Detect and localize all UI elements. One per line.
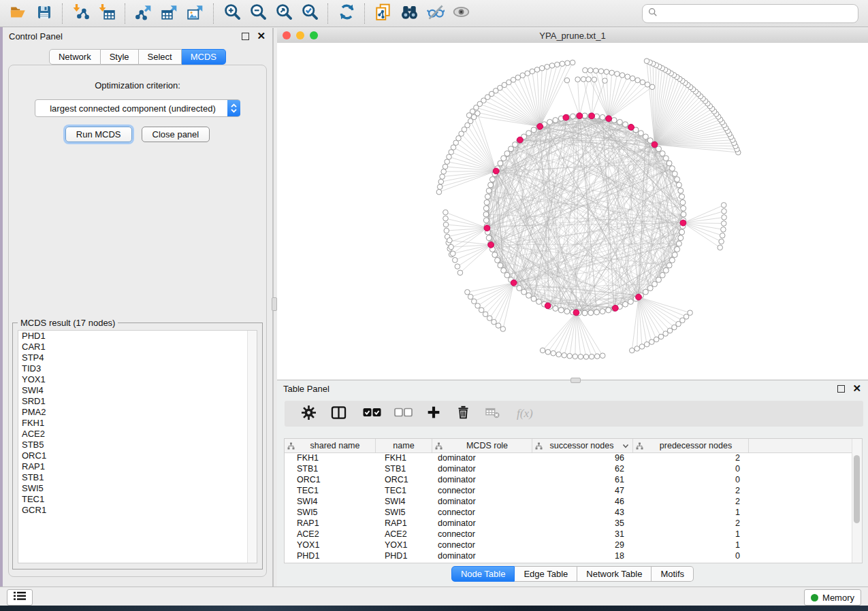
table-panel: Table Panel f(x) shared namenameMCDS rol… [277, 380, 868, 587]
table-tab-network-table[interactable]: Network Table [577, 566, 652, 582]
memory-button[interactable]: Memory [804, 589, 861, 606]
column-header-MCDS-role[interactable]: MCDS role [432, 439, 532, 452]
tab-style[interactable]: Style [101, 49, 139, 65]
column-header-successor-nodes[interactable]: successor nodes [532, 439, 633, 452]
mcds-result-item[interactable]: CAR1 [18, 342, 257, 352]
column-header-predecessor-nodes[interactable]: predecessor nodes [633, 439, 749, 452]
mcds-result-item[interactable]: SWI5 [18, 483, 257, 494]
table-tab-edge-table[interactable]: Edge Table [515, 566, 577, 582]
checked-boxes-icon [363, 408, 381, 420]
table-cell: ORC1 [376, 475, 432, 484]
mcds-result-item[interactable]: STP4 [18, 352, 257, 363]
table-cell: STB1 [376, 464, 432, 474]
import-network-button[interactable] [68, 3, 94, 24]
tab-mcds[interactable]: MCDS [182, 49, 226, 65]
mcds-result-item[interactable]: FKH1 [18, 418, 257, 429]
optimization-select[interactable]: largest connected component (undirected) [35, 99, 240, 117]
zoom-in-icon [223, 3, 242, 24]
mcds-result-item[interactable]: GCR1 [18, 505, 257, 516]
network-canvas[interactable] [277, 43, 868, 380]
zoom-selected-button[interactable] [297, 3, 323, 24]
zoom-in-button[interactable] [219, 3, 245, 24]
table-row[interactable]: YOX1YOX1connector291 [285, 540, 852, 550]
float-panel-icon[interactable] [242, 33, 249, 40]
import-table-button[interactable] [94, 3, 120, 24]
delete-table-button-disabled [477, 403, 507, 424]
graphics-details-button[interactable] [422, 3, 448, 24]
table-scrollbar[interactable] [852, 439, 862, 563]
float-table-panel-icon[interactable] [837, 385, 845, 393]
zoom-fit-button[interactable] [271, 3, 297, 24]
node-table: shared namenameMCDS rolesuccessor nodesp… [284, 438, 863, 563]
table-scrollbar-thumb[interactable] [854, 455, 860, 523]
table-cell: 1 [633, 508, 749, 517]
table-row[interactable]: SWI5SWI5connector431 [285, 507, 852, 518]
table-cell: 62 [532, 464, 633, 474]
mcds-result-item[interactable]: PMA2 [18, 407, 257, 418]
table-cell: ORC1 [285, 475, 376, 484]
open-file-button[interactable] [5, 3, 31, 24]
mcds-result-item[interactable]: STB5 [18, 440, 257, 450]
vertical-splitter-handle[interactable] [272, 297, 277, 311]
tab-network[interactable]: Network [49, 49, 101, 65]
export-image-button[interactable] [182, 3, 208, 24]
mcds-result-item[interactable]: TID3 [18, 363, 257, 374]
mcds-result-item[interactable]: PHD1 [18, 331, 257, 342]
first-neighbors-button[interactable] [396, 3, 422, 24]
column-header-name[interactable]: name [376, 439, 432, 452]
table-toolbar: f(x) [285, 401, 863, 427]
save-session-button[interactable] [31, 3, 57, 24]
table-cell: 18 [532, 551, 633, 561]
deselect-all-columns-button[interactable] [387, 403, 419, 424]
mcds-result-item[interactable]: TEC1 [18, 494, 257, 505]
zoom-out-button[interactable] [245, 3, 271, 24]
close-panel-icon[interactable] [257, 33, 266, 39]
network-from-selection-button[interactable] [370, 3, 396, 24]
column-layout-button[interactable] [321, 403, 356, 424]
add-column-button[interactable] [419, 403, 449, 424]
refresh-button[interactable] [334, 3, 359, 24]
table-row[interactable]: RAP1RAP1dominator352 [285, 518, 852, 529]
mcds-result-item[interactable]: ACE2 [18, 429, 257, 440]
table-settings-button[interactable] [296, 403, 321, 424]
close-table-panel-icon[interactable] [852, 385, 861, 392]
toolbar-separator [125, 3, 126, 24]
export-network-button[interactable] [131, 3, 157, 24]
table-tab-node-table[interactable]: Node Table [451, 566, 515, 582]
delete-column-button[interactable] [449, 403, 477, 424]
mcds-result-item[interactable]: RAP1 [18, 461, 257, 472]
select-all-columns-button[interactable] [356, 403, 387, 424]
table-row[interactable]: ORC1ORC1dominator610 [285, 474, 852, 485]
horizontal-splitter-handle[interactable] [570, 378, 581, 383]
table-row[interactable]: TEC1TEC1connector472 [285, 485, 852, 496]
search-input[interactable] [662, 7, 852, 19]
network-graph[interactable] [277, 43, 868, 380]
mcds-result-item[interactable]: SWI4 [18, 385, 257, 396]
table-row[interactable]: STB1STB1dominator620 [285, 463, 852, 474]
table-row[interactable]: ACE2ACE2connector311 [285, 529, 852, 540]
table-cell: 43 [532, 508, 633, 517]
table-row[interactable]: PHD1PHD1dominator180 [285, 550, 852, 561]
zoom-selected-icon [301, 3, 319, 24]
delete-table-icon [485, 406, 500, 422]
table-cell: 61 [532, 475, 633, 484]
result-list-scrollbar[interactable] [247, 331, 257, 563]
status-bar: Memory [0, 587, 868, 606]
mcds-result-item[interactable]: STB1 [18, 472, 257, 483]
export-table-button[interactable] [157, 3, 182, 24]
control-panel-header: Control Panel [3, 28, 272, 44]
table-tab-motifs[interactable]: Motifs [652, 566, 694, 582]
mcds-result-item[interactable]: ORC1 [18, 450, 257, 461]
select-stepper-icon [227, 100, 240, 116]
tab-select[interactable]: Select [139, 49, 182, 65]
mcds-result-item[interactable]: YOX1 [18, 374, 257, 385]
table-row[interactable]: FKH1FKH1dominator962 [285, 452, 852, 463]
mcds-result-item[interactable]: SRD1 [18, 396, 257, 407]
table-row[interactable]: SWI4SWI4dominator462 [285, 496, 852, 507]
column-header-shared-name[interactable]: shared name [285, 439, 376, 452]
run-mcds-button[interactable]: Run MCDS [65, 127, 132, 142]
task-history-button[interactable] [7, 589, 33, 606]
hide-selected-button[interactable] [448, 3, 474, 24]
close-panel-button[interactable]: Close panel [142, 127, 210, 142]
table-cell: 2 [633, 486, 749, 495]
